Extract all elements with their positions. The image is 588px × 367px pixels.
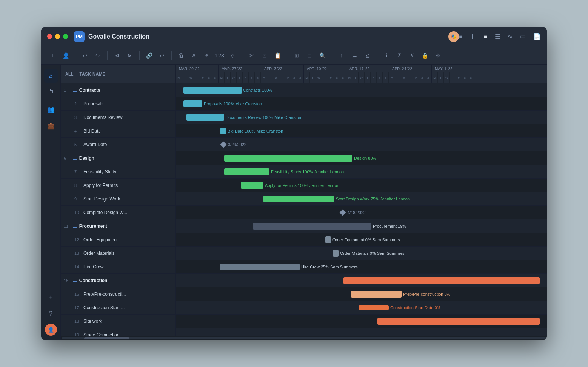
task-row[interactable]: 13Order Materials xyxy=(61,247,175,260)
task-row[interactable]: 7Feasibility Study xyxy=(61,165,175,179)
gantt-bar[interactable] xyxy=(343,277,540,284)
columns-button[interactable]: ⊞ xyxy=(291,50,302,61)
all-filter-button[interactable]: ALL xyxy=(65,72,73,76)
task-row[interactable]: 6▬ Design xyxy=(61,151,175,165)
task-row[interactable]: 18Site work xyxy=(61,315,175,328)
gantt-row[interactable]: Hire Crew 25% Sam Summers xyxy=(176,260,547,274)
doc-icon[interactable]: 📄 xyxy=(533,33,541,40)
gantt-row[interactable]: Apply for Permits 100% Jennifer Lennon xyxy=(176,179,547,192)
shape-button[interactable]: ⌖ xyxy=(201,50,212,61)
gantt-bar[interactable] xyxy=(224,168,269,175)
gantt-row[interactable]: Order Materials 0% Sam Summers xyxy=(176,247,547,260)
group-collapse-icon[interactable]: ▬ xyxy=(73,88,78,93)
info-button[interactable]: ℹ xyxy=(381,50,392,61)
user-avatar[interactable]: 🎭 xyxy=(448,31,459,42)
pause-icon[interactable]: ⏸ xyxy=(470,33,476,40)
number-button[interactable]: 123 xyxy=(214,50,225,61)
gantt-row[interactable] xyxy=(176,315,547,328)
link-button[interactable]: 🔗 xyxy=(143,50,155,61)
gantt-bar[interactable] xyxy=(263,196,334,202)
table-view-icon[interactable]: ☰ xyxy=(495,33,500,40)
minimize-button[interactable] xyxy=(55,34,60,39)
maximize-button[interactable] xyxy=(63,34,68,39)
task-row[interactable]: 15▬ Construction xyxy=(61,274,175,287)
sidebar-item-clock[interactable]: ⏱ xyxy=(44,86,58,99)
cloud-button[interactable]: ☁ xyxy=(349,50,360,61)
task-row[interactable]: 8Apply for Permits xyxy=(61,179,175,192)
task-row[interactable]: 17Construction Start ... xyxy=(61,301,175,315)
text-button[interactable]: A xyxy=(188,50,200,61)
gantt-bar[interactable] xyxy=(186,114,224,121)
gantt-bar[interactable] xyxy=(183,100,202,107)
gantt-bar[interactable] xyxy=(351,291,402,298)
group-collapse-icon[interactable]: ▬ xyxy=(73,156,78,160)
outdent-button[interactable]: ⊲ xyxy=(111,50,123,61)
grid-button[interactable]: ⊟ xyxy=(304,50,315,61)
gantt-row[interactable]: Design 80% xyxy=(176,151,547,165)
sidebar-item-home[interactable]: ⌂ xyxy=(44,69,58,83)
gantt-row[interactable]: 4/18/2022 xyxy=(176,206,547,219)
search-button[interactable]: 🔍 xyxy=(317,50,328,61)
group-collapse-icon[interactable]: ▬ xyxy=(73,224,78,228)
cut-button[interactable]: ✂ xyxy=(246,50,257,61)
sort-button[interactable]: ⊻ xyxy=(406,50,418,61)
gantt-row[interactable]: Procurement 19% xyxy=(176,219,547,233)
print-button[interactable]: 🖨 xyxy=(362,50,373,61)
task-row[interactable]: 5Award Date xyxy=(61,138,175,151)
lock-button[interactable]: 🔒 xyxy=(419,50,431,61)
task-row[interactable]: 10Complete Design W... xyxy=(61,206,175,219)
add-task-button[interactable]: + xyxy=(47,50,58,61)
gantt-row[interactable]: Start Design Work 75% Jennifer Lennon xyxy=(176,192,547,206)
task-row[interactable]: 12Order Equipment xyxy=(61,233,175,247)
unlink-button[interactable]: ↩ xyxy=(156,50,168,61)
gantt-row[interactable]: Documents Review 100% Mike Cranston xyxy=(176,111,547,124)
gantt-row[interactable]: Proposals 100% Mike Cranston xyxy=(176,97,547,111)
gantt-row[interactable]: Contracts 100% xyxy=(176,83,547,97)
scrollbar-thumb[interactable] xyxy=(84,337,129,339)
task-row[interactable]: 4Bid Date xyxy=(61,124,175,138)
task-row[interactable]: 11▬ Procurement xyxy=(61,219,175,233)
gantt-row[interactable]: Order Equipment 0% Sam Summers xyxy=(176,233,547,247)
menu-icon[interactable]: ≡ xyxy=(459,33,462,40)
gantt-bar[interactable] xyxy=(377,318,540,325)
task-row[interactable]: 1▬ Contracts xyxy=(61,83,175,97)
gantt-bar[interactable] xyxy=(333,250,339,257)
gantt-view-icon[interactable]: ≡ xyxy=(484,33,487,40)
task-row[interactable]: 16Prep/Pre-constructi... xyxy=(61,287,175,301)
gantt-bar[interactable] xyxy=(183,87,242,94)
gantt-row[interactable]: 3/29/2022 xyxy=(176,138,547,151)
sidebar-item-briefcase[interactable]: 💼 xyxy=(44,119,58,133)
task-row[interactable]: 2Proposals xyxy=(61,97,175,111)
task-row[interactable]: 3Documents Review xyxy=(61,111,175,124)
redo-button[interactable]: ↪ xyxy=(92,50,103,61)
horizontal-scrollbar[interactable] xyxy=(61,336,547,340)
task-row[interactable]: 14Hire Crew xyxy=(61,260,175,274)
gantt-bar[interactable] xyxy=(220,128,226,134)
filter-button[interactable]: ⊼ xyxy=(394,50,405,61)
task-row[interactable]: 9Start Design Work xyxy=(61,192,175,206)
gantt-row[interactable]: Feasibility Study 100% Jennifer Lennon xyxy=(176,165,547,179)
gantt-row[interactable] xyxy=(176,328,547,336)
copy-button[interactable]: ⊡ xyxy=(259,50,270,61)
sidebar-item-add[interactable]: + xyxy=(44,290,58,304)
gantt-row[interactable] xyxy=(176,274,547,287)
chart-icon[interactable]: ∿ xyxy=(508,33,513,40)
sidebar-item-help[interactable]: ? xyxy=(44,307,58,321)
gantt-bar[interactable] xyxy=(325,236,331,243)
add-user-button[interactable]: 👤 xyxy=(60,50,71,61)
export-button[interactable]: ↑ xyxy=(336,50,347,61)
indent-button[interactable]: ⊳ xyxy=(124,50,135,61)
sidebar-item-avatar[interactable]: 👤 xyxy=(45,324,57,336)
gantt-bar[interactable] xyxy=(253,223,371,230)
gantt-row[interactable]: Prep/Pre-construction 0% xyxy=(176,287,547,301)
diamond-button[interactable]: ◇ xyxy=(227,50,238,61)
sidebar-item-users[interactable]: 👥 xyxy=(44,102,58,116)
group-collapse-icon[interactable]: ▬ xyxy=(73,279,78,283)
delete-button[interactable]: 🗑 xyxy=(175,50,187,61)
undo-button[interactable]: ↩ xyxy=(79,50,91,61)
gantt-row[interactable]: Construction Start Date 0% xyxy=(176,301,547,315)
gantt-bar[interactable] xyxy=(359,305,389,310)
close-button[interactable] xyxy=(47,34,52,39)
paste-button[interactable]: 📋 xyxy=(272,50,283,61)
gantt-row[interactable]: Bid Date 100% Mike Cranston xyxy=(176,124,547,138)
